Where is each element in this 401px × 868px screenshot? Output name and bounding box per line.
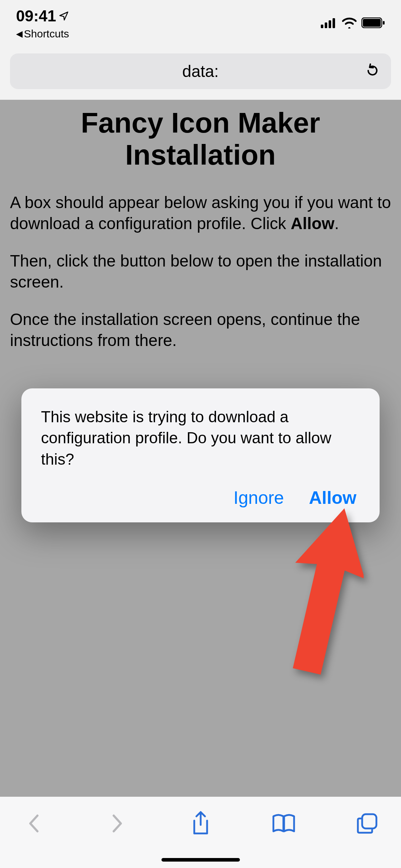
ignore-button[interactable]: Ignore [233,487,284,508]
download-profile-dialog: This website is trying to download a con… [21,388,380,522]
reload-icon [364,62,381,79]
svg-rect-5 [363,19,381,27]
status-right [321,7,385,29]
back-caret-icon: ◀ [16,29,22,39]
wifi-icon [341,17,357,29]
arrow-up-icon [285,506,364,684]
back-app-label: Shortcuts [24,28,69,40]
reload-button[interactable] [364,62,381,81]
svg-rect-8 [362,814,376,828]
home-indicator[interactable] [161,858,240,862]
battery-icon [361,17,385,28]
chevron-left-icon [27,813,41,834]
annotation-arrow [285,506,364,686]
location-icon [58,11,69,21]
svg-rect-0 [321,25,323,28]
svg-marker-7 [285,506,364,680]
status-bar: 09:41 ◀ Shortcuts [0,0,401,46]
tabs-button[interactable] [355,811,380,836]
address-bar[interactable]: data: [10,53,391,89]
time-text: 09:41 [16,7,56,25]
cellular-icon [321,17,337,28]
chevron-right-icon [110,813,124,834]
svg-rect-3 [333,18,335,28]
tabs-icon [356,812,379,835]
share-icon [191,811,211,836]
status-left: 09:41 ◀ Shortcuts [16,7,69,40]
bookmarks-button[interactable] [271,811,296,836]
dialog-buttons: Ignore Allow [41,487,360,508]
back-button[interactable] [21,811,46,836]
svg-rect-6 [383,21,385,25]
url-text: data: [10,62,391,81]
svg-rect-2 [329,20,331,28]
forward-button[interactable] [105,811,130,836]
back-to-app-button[interactable]: ◀ Shortcuts [16,28,69,40]
book-icon [271,813,296,833]
dialog-message: This website is trying to download a con… [41,406,360,470]
safari-toolbar [0,797,401,868]
status-time: 09:41 [16,7,69,25]
share-button[interactable] [188,811,213,836]
svg-rect-1 [325,22,327,28]
allow-button[interactable]: Allow [309,487,356,508]
